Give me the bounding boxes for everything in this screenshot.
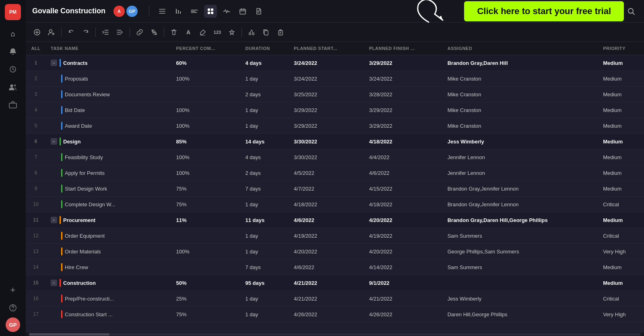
row-priority: Medium [598,134,644,149]
col-assigned[interactable]: ASSIGNED [443,42,598,55]
row-start: 3/29/2022 [289,102,364,118]
nav-separator-1 [149,6,149,17]
row-finish: 4/26/2022 [364,307,443,322]
row-priority: Critical [598,197,644,212]
row-task-name: Award Date [46,118,171,134]
color-bar [61,232,62,240]
number-button[interactable]: 123 [211,26,224,39]
svg-point-2 [14,85,16,87]
table-row[interactable]: 3 Documents Review 2 days 3/25/2022 3/28… [26,87,644,102]
indent-button[interactable] [114,26,126,39]
timeline-view-btn[interactable] [188,5,201,18]
row-duration: 1 day [240,228,289,244]
row-start: 4/21/2022 [289,275,364,291]
row-start: 3/24/2022 [289,71,364,87]
row-start: 4/19/2022 [289,228,364,244]
row-start: 4/21/2022 [289,291,364,307]
sidebar-item-team[interactable] [5,79,21,95]
toolbar-sep-5 [242,27,242,37]
list-view-btn[interactable] [156,5,169,18]
highlight-button[interactable] [196,26,209,39]
paste-button[interactable] [274,26,287,39]
table-row[interactable]: 14 Hire Crew 7 days 4/6/2022 4/14/2022 S… [26,259,644,275]
redo-button[interactable] [79,26,92,39]
table-row[interactable]: 7 Feasibility Study 100% 4 days 3/30/202… [26,149,644,165]
avatar-2[interactable]: GP [126,6,138,17]
sidebar-item-recent[interactable] [5,61,21,77]
row-finish: 9/1/2022 [364,275,443,291]
shape-button[interactable] [225,26,238,39]
row-finish: 3/29/2022 [364,102,443,118]
table-row[interactable]: 11 − Procurement 11% 11 days 4/6/2022 4/… [26,212,644,228]
col-all[interactable]: ALL [26,42,46,55]
avatar-1[interactable]: A [114,6,125,17]
col-finish[interactable]: PLANNED FINISH ... [364,42,443,55]
table-row[interactable]: 4 Bid Date 100% 1 day 3/29/2022 3/29/202… [26,102,644,118]
sidebar: PM ⌂ + [0,0,26,336]
sidebar-item-home[interactable]: ⌂ [5,26,21,42]
bar-view-btn[interactable] [172,5,185,18]
row-num: 3 [26,87,46,102]
row-num: 11 [26,212,46,228]
undo-button[interactable] [65,26,78,39]
table-row[interactable]: 17 Construction Start ... 75% 1 day 4/26… [26,307,644,322]
grid-view-btn[interactable] [204,5,217,18]
row-start: 3/24/2022 [289,55,364,71]
app-logo[interactable]: PM [5,4,21,20]
table-row[interactable]: 9 Start Design Work 75% 7 days 4/7/2022 … [26,181,644,197]
table-row[interactable]: 15 − Construction 50% 95 days 4/21/2022 … [26,275,644,291]
table-row[interactable]: 2 Proposals 100% 1 day 3/24/2022 3/24/20… [26,71,644,87]
col-priority[interactable]: PRIORITY [598,42,644,55]
sidebar-item-help[interactable] [5,300,21,316]
pulse-view-btn[interactable] [220,5,233,18]
copy-button[interactable] [260,26,272,39]
doc-view-btn[interactable] [252,5,265,18]
horizontal-scrollbar[interactable] [26,332,644,336]
sidebar-item-portfolio[interactable] [5,97,21,113]
table-row[interactable]: 5 Award Date 100% 1 day 3/29/2022 3/29/2… [26,118,644,134]
row-duration: 1 day [240,197,289,212]
sidebar-item-notifications[interactable] [5,44,21,60]
unlink-button[interactable] [148,26,161,39]
row-priority: Medium [598,259,644,275]
col-task-name[interactable]: TASK NAME [46,42,171,55]
color-bar [60,59,61,67]
group-toggle[interactable]: − [51,60,57,66]
calendar-view-btn[interactable] [236,5,249,18]
table-row[interactable]: 12 Order Equipment 1 day 4/19/2022 4/19/… [26,228,644,244]
row-duration: 2 days [240,165,289,181]
col-start[interactable]: PLANNED START... [289,42,364,55]
scrollbar-thumb[interactable] [29,333,109,336]
group-toggle[interactable]: − [51,217,57,223]
svg-rect-11 [208,12,210,14]
row-percent: 100% [171,118,240,134]
link-button[interactable] [133,26,146,39]
row-num: 14 [26,259,46,275]
table-row[interactable]: 8 Apply for Permits 100% 2 days 4/5/2022… [26,165,644,181]
col-percent[interactable]: PERCENT COM... [171,42,240,55]
search-btn[interactable] [625,5,638,18]
row-percent [171,259,240,275]
font-button[interactable]: A [182,26,195,39]
group-toggle[interactable]: − [51,138,57,145]
col-duration[interactable]: DURATION [240,42,289,55]
group-toggle[interactable]: − [51,280,57,286]
row-task-name: Feasibility Study [46,149,171,165]
outdent-button[interactable] [99,26,112,39]
row-priority: Medium [598,118,644,134]
table-row[interactable]: 6 − Design 85% 14 days 3/30/2022 4/18/20… [26,134,644,149]
sidebar-item-add[interactable]: + [5,282,21,298]
add-person-button[interactable] [45,26,58,39]
delete-button[interactable] [167,26,180,39]
table-row[interactable]: 13 Order Materials 100% 1 day 4/20/2022 … [26,244,644,259]
user-avatar[interactable]: GP [6,317,20,332]
row-start: 4/6/2022 [289,259,364,275]
row-assigned: Brandon Gray,Daren Hill,George Phillips [443,212,598,228]
table-row[interactable]: 10 Complete Design W... 75% 1 day 4/18/2… [26,197,644,212]
add-task-button[interactable] [31,26,43,39]
cut-button[interactable] [245,26,258,39]
table-row[interactable]: 16 Prep/Pre-constructi... 25% 1 day 4/21… [26,291,644,307]
row-priority: Medium [598,275,644,291]
cta-banner[interactable]: Click here to start your free trial [464,1,624,21]
table-row[interactable]: 1 − Contracts 60% 4 days 3/24/2022 3/29/… [26,55,644,71]
